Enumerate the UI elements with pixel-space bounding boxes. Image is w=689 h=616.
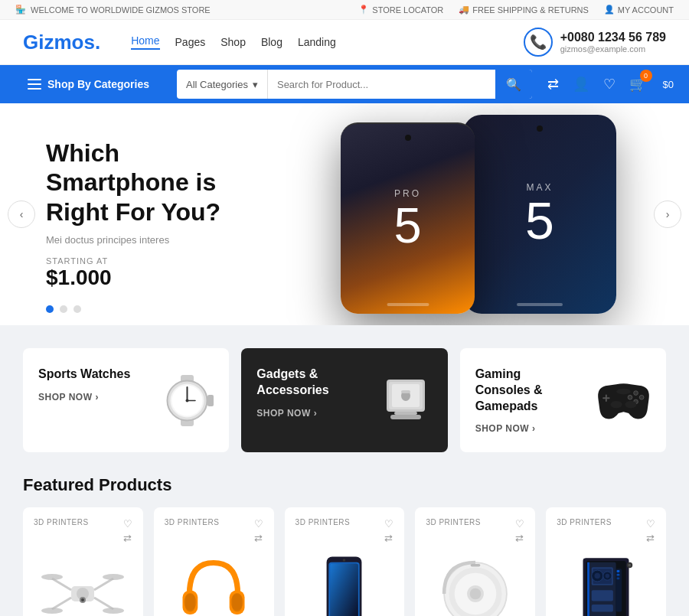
phone-email: gizmos@example.com (560, 44, 666, 54)
phone-text: +0080 1234 56 789 gizmos@example.com (560, 31, 666, 54)
nav-shop[interactable]: Shop (220, 36, 246, 48)
wishlist-icon[interactable]: ♡ (603, 76, 616, 93)
search-button[interactable]: 🔍 (495, 70, 532, 99)
svg-point-66 (606, 574, 610, 579)
nav-pages[interactable]: Pages (175, 36, 206, 48)
compare-icon-headphone[interactable]: ⇄ (254, 533, 263, 544)
category-card-watches[interactable]: Sports Watches SHOP NOW › (23, 348, 229, 452)
hero-section: ‹ Which Smartphone is Right For You? Mei… (0, 103, 689, 325)
store-icon: 🏪 (15, 5, 26, 15)
logo-dot: . (95, 31, 100, 54)
arrow-right-icon: › (95, 392, 99, 403)
featured-section: Featured Products 3D PRINTERS ♡ ⇄ (0, 460, 689, 616)
svg-rect-68 (617, 570, 620, 572)
account-link[interactable]: 👤 MY ACCOUNT (604, 5, 674, 15)
shipping-link[interactable]: 🚚 FREE SHIPPING & RETURNS (459, 5, 589, 15)
wishlist-icon-phone[interactable]: ♡ (384, 518, 393, 530)
headphone-image-area (165, 552, 263, 616)
product-top-phone: 3D PRINTERS ♡ ⇄ (296, 518, 394, 544)
product-icons-headphone: ♡ ⇄ (254, 518, 263, 544)
search-input[interactable] (268, 79, 495, 90)
hero-price: $1.000 (46, 266, 245, 290)
product-cat-vacuum: 3D PRINTERS (426, 518, 481, 526)
svg-point-20 (629, 395, 633, 399)
nav-home[interactable]: Home (131, 34, 159, 50)
wishlist-icon-vacuum[interactable]: ♡ (515, 518, 524, 530)
svg-rect-14 (394, 412, 417, 415)
svg-point-34 (103, 608, 124, 614)
dropdown-label: All Categories (186, 79, 248, 90)
hero-content: Which Smartphone is Right For You? Mei d… (0, 108, 291, 321)
svg-point-31 (41, 574, 63, 580)
nav-blog[interactable]: Blog (261, 36, 282, 48)
svg-rect-70 (617, 578, 620, 580)
svg-line-29 (52, 598, 71, 609)
account-icon[interactable]: 👤 (573, 76, 589, 93)
hero-starting-label: STARTING AT (46, 256, 245, 266)
watch-image (152, 370, 221, 431)
hamburger-icon (28, 79, 41, 90)
phone-pro: PRO 5 (341, 122, 475, 314)
wishlist-icon-headphone[interactable]: ♡ (254, 518, 263, 530)
product-card-headphone[interactable]: 3D PRINTERS ♡ ⇄ (154, 507, 274, 616)
phone-visual: MAX 5 PRO 5 (325, 107, 632, 321)
category-dropdown[interactable]: All Categories ▾ (177, 70, 268, 99)
top-bar: 🏪 WELCOME TO WORLDWIDE GIZMOS STORE 📍 ST… (0, 0, 689, 20)
category-section: Sports Watches SHOP NOW › Gadgets & Acce (0, 325, 689, 460)
store-locator-link[interactable]: 📍 STORE LOCATOR (358, 5, 443, 15)
hero-title: Which Smartphone is Right For You? (46, 139, 245, 227)
svg-rect-61 (592, 591, 613, 601)
svg-point-36 (81, 598, 84, 601)
location-icon: 📍 (358, 5, 369, 15)
arrow-right-icon: › (532, 423, 536, 434)
compare-icon-drone[interactable]: ⇄ (123, 533, 132, 544)
phone-number: +0080 1234 56 789 (560, 31, 666, 44)
logo-text: Gizmos (23, 31, 95, 54)
product-icons-phone: ♡ ⇄ (384, 518, 393, 544)
arrow-right-icon: › (314, 408, 318, 419)
categories-button[interactable]: Shop By Categories (15, 78, 162, 90)
top-bar-right: 📍 STORE LOCATOR 🚚 FREE SHIPPING & RETURN… (358, 5, 674, 15)
hero-image: MAX 5 PRO 5 (268, 103, 689, 325)
header-action-icons: ⇄ 👤 ♡ 🛒 0 $0 (547, 76, 674, 93)
hero-next-arrow[interactable]: › (654, 200, 681, 228)
compare-icon-phone[interactable]: ⇄ (384, 533, 393, 544)
svg-point-22 (611, 401, 622, 408)
product-card-phone[interactable]: 3D PRINTERS ♡ ⇄ (285, 507, 405, 616)
product-icons-pc: ♡ ⇄ (646, 518, 655, 544)
cart-icon[interactable]: 🛒 0 (629, 76, 646, 93)
search-bar: All Categories ▾ 🔍 (177, 70, 532, 99)
product-card-pc[interactable]: 3D PRINTERS ♡ ⇄ (546, 507, 666, 616)
product-card-drone[interactable]: 3D PRINTERS ♡ ⇄ (23, 507, 143, 616)
wishlist-icon-pc[interactable]: ♡ (646, 518, 655, 530)
svg-point-33 (41, 608, 63, 614)
logo[interactable]: Gizmos. (23, 31, 100, 54)
category-card-gadgets[interactable]: Gadgets & Accessories SHOP NOW › (241, 348, 447, 452)
product-icons-drone: ♡ ⇄ (123, 518, 132, 544)
compare-icon-vacuum[interactable]: ⇄ (515, 533, 524, 544)
phone-icon: 📞 (524, 28, 553, 57)
hero-prev-arrow[interactable]: ‹ (8, 200, 35, 228)
categories-label: Shop By Categories (47, 78, 149, 90)
wishlist-icon-drone[interactable]: ♡ (123, 518, 132, 530)
exchange-icon[interactable]: ⇄ (547, 76, 559, 93)
compare-icon-pc[interactable]: ⇄ (646, 533, 655, 544)
drone-image-area (34, 552, 132, 616)
nav-landing[interactable]: Landing (298, 36, 336, 48)
product-cat-phone: 3D PRINTERS (296, 518, 351, 526)
product-top-drone: 3D PRINTERS ♡ ⇄ (34, 518, 132, 544)
category-name-gaming: Gaming Consoles & Gamepads (475, 367, 572, 414)
svg-rect-58 (587, 562, 589, 616)
svg-point-72 (629, 564, 632, 567)
product-cat-drone: 3D PRINTERS (34, 518, 89, 526)
category-card-gaming[interactable]: Gaming Consoles & Gamepads SHOP NOW › (460, 348, 666, 452)
product-card-vacuum[interactable]: 3D PRINTERS ♡ ⇄ (415, 507, 535, 616)
svg-point-23 (625, 401, 637, 408)
header: Gizmos. Home Pages Shop Blog Landing 📞 +… (0, 20, 689, 65)
main-nav: Home Pages Shop Blog Landing (131, 34, 336, 50)
vacuum-image-area (426, 552, 524, 616)
svg-rect-62 (592, 605, 613, 611)
top-bar-left: 🏪 WELCOME TO WORLDWIDE GIZMOS STORE (15, 5, 211, 15)
svg-rect-54 (470, 564, 480, 567)
gamepad-image (589, 370, 658, 431)
